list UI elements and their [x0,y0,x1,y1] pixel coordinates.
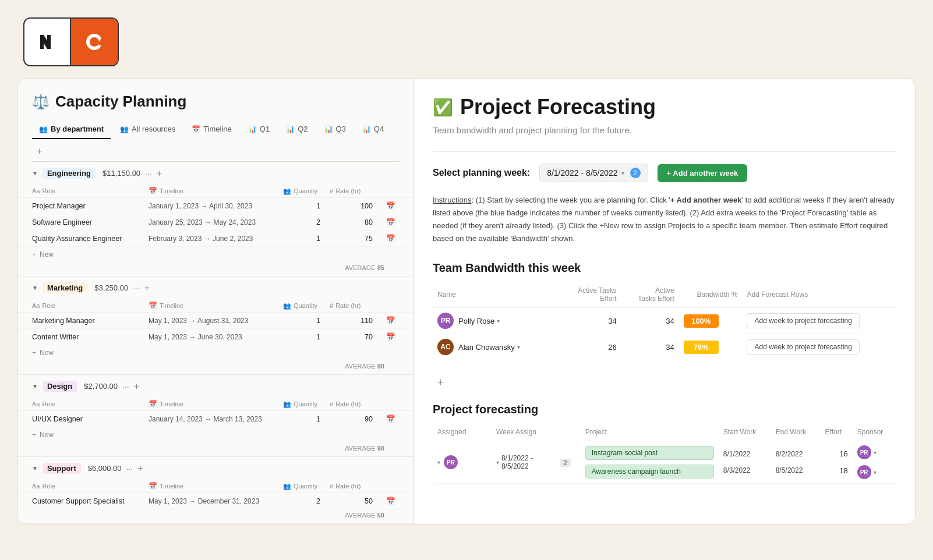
col-role: Aa Role [32,302,149,310]
tab-q3-icon: 📊 [324,125,333,133]
tab-q2[interactable]: 📊 Q2 [279,120,314,139]
bw-th-add-forecast: Add Forecast Rows [742,284,896,308]
engineering-new-row[interactable]: + New [18,247,414,262]
tab-timeline-icon: 📅 [192,125,200,133]
fc-end-2: 8/5/2022 [776,466,816,474]
col-quantity: 👥 Quantity [283,187,330,195]
bandwidth-add-row-btn[interactable]: + [433,374,896,391]
alan-avatar: AC [437,339,454,355]
timeline-cell: January 1, 2023 → April 30, 2023 [149,202,283,210]
rate-cell: 75 [330,235,382,243]
tab-q1-icon: 📊 [248,125,257,133]
tab-q3[interactable]: 📊 Q3 [317,120,353,139]
alan-expand-chevron[interactable]: ▾ [517,344,520,350]
engineering-col-headers: Aa Role 📅 Timeline 👥 Quantity # Rate (hr… [18,185,414,198]
design-more[interactable]: ··· [122,382,129,391]
fc-th-end: End Work [771,426,821,441]
add-week-button[interactable]: + Add another week [658,164,748,182]
fc-polly-week: ▾ 8/1/2022 -8/5/2022 [492,441,553,484]
alan-add-forecast-btn[interactable]: Add week to project forecasting [747,339,859,355]
fc-sponsor-avatar-2: PR [857,465,871,479]
instructions-text: Instructions: (1) Start by selecting the… [433,194,896,245]
marketing-chevron[interactable]: ▼ [32,285,38,291]
fc-end-1: 8/2/2022 [776,450,816,458]
tab-timeline[interactable]: 📅 Timeline [185,120,239,139]
role-cell: Software Engineer [32,218,149,226]
marketing-add[interactable]: + [144,283,150,293]
polly-bandwidth-badge: 100% [684,314,719,328]
table-row: Marketing Manager May 1, 2023 → August 3… [18,313,414,329]
rate-cell: 80 [330,218,382,226]
polly-add-forecast-btn[interactable]: Add week to project forecasting [747,313,859,328]
bw-alan-name-cell: AC Alan Chowansky ▾ [437,339,544,355]
bw-th-bandwidth: Bandwidth % [679,284,743,308]
col-rate: # Rate (hr) [330,187,382,195]
week-selector[interactable]: 8/1/2022 - 8/5/2022 ▾ 2 [539,164,648,182]
tab-q3-label: Q3 [336,125,346,133]
engineering-more[interactable]: ··· [145,169,152,178]
design-new-label: New [40,431,54,439]
week-badge: 2 [630,168,641,178]
engineering-dept-name: Engineering [43,168,96,179]
bw-polly-effort1: 34 [561,308,621,334]
timeline-cell: May 1, 2023 → December 31, 2023 [149,497,283,505]
support-col-headers: Aa Role 📅 Timeline 👥 Quantity # Rate (hr… [18,480,414,493]
tab-all-resources-icon: 👥 [120,125,129,133]
tab-all-resources[interactable]: 👥 All resources [113,120,182,139]
bw-alan-empty [549,334,560,360]
capacity-planning-title-row: ⚖️ Capacity Planning [32,93,400,111]
timeline-cell: May 1, 2023 → August 31, 2023 [149,317,283,325]
engineering-chevron[interactable]: ▼ [32,170,38,176]
polly-expand-chevron[interactable]: ▾ [497,318,500,324]
logo-box [23,17,119,66]
role-cell: UI/UX Designer [32,415,149,423]
tab-q4[interactable]: 📊 Q4 [355,120,391,139]
alan-name: Alan Chowansky [458,343,515,352]
alan-bandwidth-badge: 76% [684,341,719,354]
calendar-cell: 📅 [382,332,400,341]
support-more[interactable]: ··· [126,464,133,473]
bandwidth-row-alan: AC Alan Chowansky ▾ 26 34 76% [433,334,896,360]
fc-sponsor-expand-1[interactable]: ▾ [874,449,877,456]
fc-sponsor-expand-2[interactable]: ▾ [874,469,877,476]
quantity-cell: 1 [283,235,330,243]
tab-by-department[interactable]: 👥 By department [32,120,111,139]
coda-logo [71,19,118,65]
right-panel: ✅ Project Forecasting Team bandwidth and… [414,79,915,524]
marketing-section: ▼ Marketing $3,250.00 ··· + Aa Role 📅 Ti… [18,277,414,375]
engineering-add[interactable]: + [157,168,162,179]
bw-alan-bandwidth: 76% [679,334,743,360]
timeline-cell: January 14, 2023 → March 13, 2023 [149,415,283,423]
engineering-amount: $11,150.00 [103,169,140,178]
col-timeline: 📅 Timeline [149,400,283,408]
fc-week-expand[interactable]: ▾ [496,459,499,466]
role-cell: Customer Support Specialist [32,497,149,505]
fc-polly-projects: Instagram social post Awareness campaign… [581,441,719,484]
calendar-cell: 📅 [382,234,400,243]
support-add[interactable]: + [137,463,143,474]
marketing-new-row[interactable]: + New [18,345,414,360]
add-tab-button[interactable]: + [32,141,47,161]
tab-q1[interactable]: 📊 Q1 [241,120,277,139]
fc-polly-expand[interactable]: ▾ [437,459,440,466]
support-chevron[interactable]: ▼ [32,465,38,472]
marketing-more[interactable]: ··· [133,283,140,293]
left-panel: ⚖️ Capacity Planning 👥 By department 👥 A… [18,79,414,524]
col-extra [382,482,400,490]
engineering-section: ▼ Engineering $11,150.00 ··· + Aa Role 📅… [18,162,414,277]
support-amount: $6,000.00 [88,464,122,473]
col-role: Aa Role [32,482,149,490]
fc-th-effort: Effort [821,426,853,441]
design-chevron[interactable]: ▼ [32,383,38,389]
design-new-row[interactable]: + New [18,427,414,442]
col-timeline: 📅 Timeline [149,187,283,195]
fc-polly-empty [480,441,492,484]
rate-cell: 110 [330,317,382,325]
bw-polly-add-forecast: Add week to project forecasting [742,308,896,334]
fc-polly-badge: 2 [553,441,580,484]
support-header: ▼ Support $6,000.00 ··· + [18,457,414,480]
polly-add-forecast-label: Add week to project forecasting [754,317,851,325]
design-add[interactable]: + [134,381,139,392]
bandwidth-row-polly: PR Polly Rose ▾ 34 34 100% [433,308,896,334]
col-extra [382,302,400,310]
